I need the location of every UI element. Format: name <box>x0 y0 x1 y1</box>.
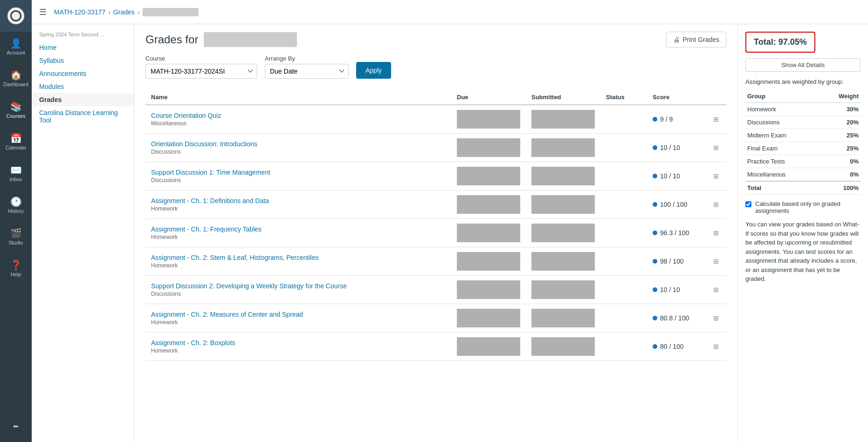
score-cell: 10 / 10 <box>647 276 708 304</box>
graded-only-label[interactable]: Calculate based only on graded assignmen… <box>755 200 861 214</box>
sidebar-item-courses[interactable]: 📚 Courses <box>0 95 32 127</box>
assignment-name-link[interactable]: Assignment - Ch. 1: Definitions and Data <box>151 197 269 204</box>
filters-row: Course MATH-120-33177-2024SI Arrange By … <box>145 55 726 79</box>
total-badge: Total: 97.05% <box>745 32 815 53</box>
sidebar-item-dashboard[interactable]: 🏠 Dashboard <box>0 63 32 95</box>
sidebar-home-link[interactable]: Home <box>32 41 134 54</box>
print-grades-button[interactable]: 🖨 Print Grades <box>666 32 726 48</box>
submitted-cell <box>526 219 600 247</box>
app-logo[interactable] <box>0 0 32 32</box>
action-cell: ⊞ <box>708 219 726 247</box>
history-icon: 🕐 <box>10 197 22 206</box>
edit-score-icon[interactable]: ⊞ <box>713 314 719 322</box>
assignment-name-link[interactable]: Support Discussion 1: Time Management <box>151 169 270 176</box>
course-filter-group: Course MATH-120-33177-2024SI <box>145 55 257 79</box>
submitted-gray <box>531 224 595 242</box>
edit-score-icon[interactable]: ⊞ <box>713 144 719 151</box>
status-cell <box>600 134 647 162</box>
assignment-name-link[interactable]: Course Orientation Quiz <box>151 112 221 119</box>
assignment-type: Homework <box>151 347 446 354</box>
score-cell: 10 / 10 <box>647 134 708 162</box>
due-cell <box>451 304 526 333</box>
weighted-text: Assignments are weighted by group: <box>745 78 861 85</box>
content-area: Spring 2024 Term Second ... Home Syllabu… <box>32 24 868 442</box>
sidebar-item-help[interactable]: ❓ Help <box>0 253 32 285</box>
account-icon: 👤 <box>10 39 22 48</box>
due-cell <box>451 219 526 247</box>
course-select[interactable]: MATH-120-33177-2024SI <box>145 64 257 79</box>
group-name: Practice Tests <box>745 155 820 168</box>
table-row: Assignment - Ch. 2: Boxplots Homework 80… <box>145 333 726 361</box>
edit-score-icon[interactable]: ⊞ <box>713 116 719 123</box>
hamburger-menu[interactable]: ☰ <box>39 7 47 17</box>
group-weight: 0% <box>820 155 861 168</box>
apply-button[interactable]: Apply <box>356 62 391 79</box>
due-cell <box>451 162 526 190</box>
sidebar-item-label: Studio <box>8 240 23 246</box>
grades-title: Grades for <box>145 32 297 47</box>
sidebar-syllabus-link[interactable]: Syllabus <box>32 54 134 67</box>
grades-title-text: Grades for <box>145 33 198 46</box>
sidebar-item-account[interactable]: 👤 Account <box>0 32 32 63</box>
assignment-name-link[interactable]: Assignment - Ch. 2: Boxplots <box>151 339 235 347</box>
status-cell <box>600 105 647 134</box>
score-dot <box>653 231 657 235</box>
action-cell: ⊞ <box>708 333 726 361</box>
score-dot <box>653 174 657 178</box>
edit-score-icon[interactable]: ⊞ <box>713 201 719 208</box>
sidebar-item-calendar[interactable]: 📅 Calendar <box>0 127 32 158</box>
due-cell <box>451 134 526 162</box>
score-cell: 96.3 / 100 <box>647 219 708 247</box>
assignment-name-link[interactable]: Support Discussion 2: Developing a Weekl… <box>151 282 347 290</box>
group-weight: 100% <box>820 181 861 195</box>
score-text: 98 / 100 <box>660 258 684 265</box>
due-cell <box>451 247 526 276</box>
col-header-score: Score <box>647 90 708 105</box>
edit-score-icon[interactable]: ⊞ <box>713 172 719 180</box>
assignment-name-cell: Support Discussion 2: Developing a Weekl… <box>145 276 451 304</box>
breadcrumb-current <box>143 8 199 16</box>
weight-row: Discussions 20% <box>745 116 861 129</box>
assignment-name-link[interactable]: Assignment - Ch. 2: Stem & Leaf, Histogr… <box>151 254 318 261</box>
arrange-filter-label: Arrange By <box>265 55 349 62</box>
arrange-select[interactable]: Due Date <box>265 64 349 79</box>
group-col-header: Group <box>745 90 820 103</box>
edit-score-icon[interactable]: ⊞ <box>713 229 719 237</box>
show-all-details-button[interactable]: Show All Details <box>745 58 861 72</box>
score-dot <box>653 287 657 292</box>
breadcrumb-section[interactable]: Grades <box>113 8 135 16</box>
weight-row: Practice Tests 0% <box>745 155 861 168</box>
status-cell <box>600 276 647 304</box>
sidebar-item-inbox[interactable]: ✉️ Inbox <box>0 158 32 190</box>
score-cell: 98 / 100 <box>647 247 708 276</box>
edit-score-icon[interactable]: ⊞ <box>713 343 719 350</box>
sidebar-announcements-link[interactable]: Announcements <box>32 67 134 80</box>
graded-only-checkbox-row: Calculate based only on graded assignmen… <box>745 200 861 214</box>
submitted-cell <box>526 162 600 190</box>
group-weight: 20% <box>820 116 861 129</box>
graded-only-checkbox[interactable] <box>745 201 751 207</box>
score-cell: 9 / 9 <box>647 105 708 134</box>
score-dot <box>653 344 657 349</box>
sidebar-item-studio[interactable]: 🎬 Studio <box>0 222 32 253</box>
due-gray <box>457 280 520 299</box>
due-gray <box>457 252 520 271</box>
assignment-name-link[interactable]: Assignment - Ch. 2: Measures of Center a… <box>151 311 303 318</box>
edit-score-icon[interactable]: ⊞ <box>713 258 719 265</box>
breadcrumb-course[interactable]: MATH-120-33177 <box>54 8 105 16</box>
sidebar-grades-link[interactable]: Grades <box>32 93 134 106</box>
sidebar-item-history[interactable]: 🕐 History <box>0 190 32 222</box>
group-weight: 0% <box>820 168 861 182</box>
edit-score-icon[interactable]: ⊞ <box>713 286 719 293</box>
assignment-name-link[interactable]: Orientation Discussion: Introductions <box>151 140 257 148</box>
assignment-name-cell: Assignment - Ch. 2: Boxplots Homework <box>145 333 451 361</box>
inbox-icon: ✉️ <box>10 165 22 175</box>
sidebar-modules-link[interactable]: Modules <box>32 80 134 93</box>
assignment-name-link[interactable]: Assignment - Ch. 1: Frequency Tables <box>151 225 262 233</box>
studio-icon: 🎬 <box>10 229 22 238</box>
sidebar-item-label: Help <box>11 272 21 278</box>
assignment-type: Discussions <box>151 291 446 297</box>
sidebar-carolina-link[interactable]: Carolina Distance Learning Tool <box>32 106 134 127</box>
collapse-nav-button[interactable]: ⬅ <box>0 410 32 442</box>
score-dot <box>653 202 657 207</box>
